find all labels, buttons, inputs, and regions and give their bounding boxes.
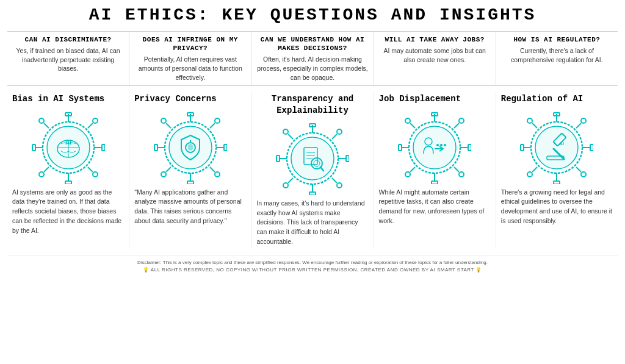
question-answer: AI may automate some jobs but can also c… bbox=[379, 46, 491, 64]
svg-point-33 bbox=[215, 118, 220, 123]
svg-line-100 bbox=[576, 123, 581, 128]
question-heading: CAN AI DISCRIMINATE? bbox=[12, 35, 124, 44]
svg-line-30 bbox=[166, 123, 171, 128]
svg-line-8 bbox=[44, 123, 49, 128]
svg-rect-70 bbox=[432, 181, 438, 184]
lightbulb-icon-right: 💡 bbox=[475, 267, 482, 273]
svg-rect-5 bbox=[32, 145, 35, 151]
question-answer: Yes, if trained on biased data, AI can i… bbox=[12, 46, 124, 73]
svg-point-51 bbox=[283, 129, 288, 134]
question-col: HOW IS AI REGULATED? Currently, there's … bbox=[496, 32, 618, 86]
footer-disclaimer: Disclaimer: This is a very complex topic… bbox=[7, 260, 618, 265]
shield-icon bbox=[154, 111, 227, 184]
svg-point-88 bbox=[440, 144, 443, 146]
svg-point-13 bbox=[39, 172, 44, 177]
svg-line-34 bbox=[166, 167, 171, 172]
col-desc-privacy: "Many AI applications gather and analyze… bbox=[134, 188, 246, 226]
main-col-transparency: Transparency and Explainability bbox=[251, 91, 374, 249]
icon-area-jobs bbox=[379, 111, 491, 184]
col-title-jobs: Job Displacement bbox=[379, 93, 461, 104]
svg-point-99 bbox=[527, 118, 532, 123]
question-heading: HOW IS AI REGULATED? bbox=[501, 35, 613, 44]
question-heading: WILL AI TAKE AWAY JOBS? bbox=[379, 35, 491, 44]
svg-line-102 bbox=[532, 167, 537, 172]
main-col-privacy: Privacy Concerns bbox=[129, 91, 251, 249]
svg-point-84 bbox=[413, 126, 456, 169]
svg-point-15 bbox=[93, 172, 98, 177]
col-title-privacy: Privacy Concerns bbox=[134, 93, 216, 104]
svg-rect-29 bbox=[224, 145, 227, 151]
svg-point-53 bbox=[337, 129, 342, 134]
question-answer: Often, it's hard. AI decision-making pro… bbox=[256, 55, 368, 82]
question-col: CAN WE UNDERSTAND HOW AI MAKES DECISIONS… bbox=[251, 32, 374, 86]
svg-line-81 bbox=[454, 167, 459, 172]
main-row: Bias in AI Systems AI bbox=[7, 91, 618, 249]
svg-point-103 bbox=[527, 172, 532, 177]
question-col: DOES AI INFRINGE ON MY PRIVACY? Potentia… bbox=[129, 32, 251, 86]
footer: Disclaimer: This is a very complex topic… bbox=[7, 255, 618, 273]
svg-rect-49 bbox=[346, 155, 349, 162]
lightbulb-icon-left: 💡 bbox=[143, 267, 150, 273]
svg-point-78 bbox=[459, 118, 464, 123]
svg-rect-72 bbox=[399, 145, 402, 151]
svg-line-52 bbox=[332, 134, 337, 139]
col-desc-bias: AI systems are only as good as the data … bbox=[12, 188, 124, 236]
svg-line-75 bbox=[410, 123, 415, 128]
page-wrapper: AI ETHICS: KEY QUESTIONS AND INSIGHTS CA… bbox=[0, 0, 625, 277]
svg-rect-25 bbox=[187, 181, 193, 184]
col-title-bias: Bias in AI Systems bbox=[12, 93, 104, 104]
question-col: WILL AI TAKE AWAY JOBS? AI may automate … bbox=[374, 32, 496, 86]
svg-point-57 bbox=[337, 183, 342, 188]
svg-line-77 bbox=[454, 123, 459, 128]
questions-row: CAN AI DISCRIMINATE? Yes, if trained on … bbox=[7, 31, 618, 87]
svg-point-89 bbox=[444, 144, 446, 146]
icon-area-bias: AI bbox=[12, 111, 124, 184]
gavel-icon: AI bbox=[520, 111, 593, 184]
svg-rect-93 bbox=[554, 181, 560, 184]
svg-point-9 bbox=[39, 118, 44, 123]
main-col-bias: Bias in AI Systems AI bbox=[7, 91, 129, 249]
svg-rect-47 bbox=[276, 155, 280, 162]
svg-point-31 bbox=[161, 118, 166, 123]
icon-area-regulation: AI bbox=[501, 111, 613, 184]
main-col-jobs: Job Displacement bbox=[374, 91, 496, 249]
svg-point-11 bbox=[93, 118, 98, 123]
person-icon bbox=[398, 111, 471, 184]
magnifier-icon bbox=[276, 122, 349, 195]
question-col: CAN AI DISCRIMINATE? Yes, if trained on … bbox=[7, 32, 129, 86]
svg-line-104 bbox=[576, 167, 581, 172]
icon-area-transparency bbox=[256, 122, 368, 195]
svg-rect-7 bbox=[102, 145, 105, 151]
svg-line-14 bbox=[88, 167, 93, 172]
col-title-transparency: Transparency and Explainability bbox=[256, 93, 368, 115]
question-heading: CAN WE UNDERSTAND HOW AI MAKES DECISIONS… bbox=[256, 35, 368, 53]
svg-rect-3 bbox=[65, 181, 71, 184]
svg-point-37 bbox=[215, 172, 220, 177]
svg-text:AI: AI bbox=[559, 141, 564, 146]
svg-line-32 bbox=[210, 123, 215, 128]
question-answer: Currently, there's a lack of comprehensi… bbox=[501, 46, 613, 64]
col-desc-jobs: While AI might automate certain repetiti… bbox=[379, 188, 491, 226]
svg-point-55 bbox=[283, 183, 288, 188]
page-title: AI ETHICS: KEY QUESTIONS AND INSIGHTS bbox=[7, 6, 618, 25]
question-heading: DOES AI INFRINGE ON MY PRIVACY? bbox=[134, 35, 246, 53]
svg-point-80 bbox=[405, 172, 410, 177]
question-answer: Potentially, AI often requires vast amou… bbox=[134, 55, 246, 82]
svg-line-36 bbox=[210, 167, 215, 172]
col-desc-regulation: There's a growing need for legal and eth… bbox=[501, 188, 613, 226]
col-desc-transparency: In many cases, it's hard to understand e… bbox=[256, 199, 368, 247]
svg-rect-97 bbox=[590, 145, 593, 151]
col-title-regulation: Regulation of AI bbox=[501, 93, 583, 104]
svg-line-12 bbox=[44, 167, 49, 172]
footer-rights: 💡 ALL RIGHTS RESERVED, NO COPYING WITHOU… bbox=[7, 267, 618, 273]
svg-rect-95 bbox=[521, 145, 524, 151]
svg-point-35 bbox=[161, 172, 166, 177]
icon-area-privacy bbox=[134, 111, 246, 184]
svg-point-107 bbox=[535, 126, 578, 169]
svg-line-56 bbox=[332, 178, 337, 183]
svg-rect-45 bbox=[309, 192, 316, 195]
svg-line-50 bbox=[288, 134, 293, 139]
svg-point-76 bbox=[405, 118, 410, 123]
svg-point-87 bbox=[436, 144, 439, 146]
svg-rect-27 bbox=[154, 145, 157, 151]
